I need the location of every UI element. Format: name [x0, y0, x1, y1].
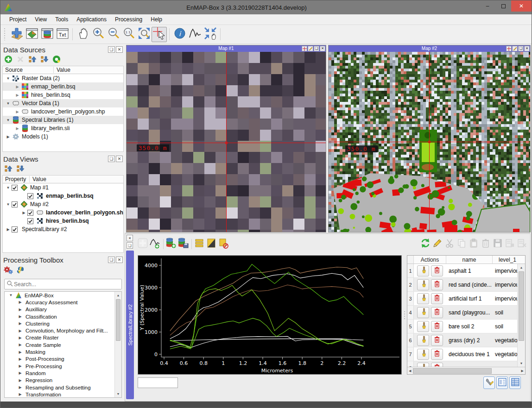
source-item-raster-data-2-[interactable]: ▼Raster Data (2): [3, 74, 123, 82]
delete-row-button[interactable]: [431, 307, 443, 318]
style-brush-button[interactable]: [417, 293, 429, 304]
spectral-library-tab[interactable]: SpectralLibrary #2: [126, 251, 134, 399]
collapse-all-button[interactable]: [28, 56, 37, 64]
toolbox-item-post-processing[interactable]: ▶Post-Processing: [5, 356, 121, 363]
zoom-native-button[interactable]: 1:1: [121, 27, 136, 42]
expander-icon[interactable]: ▶: [14, 85, 21, 89]
collapse-all-button[interactable]: [4, 165, 13, 174]
expander-icon[interactable]: ▶: [14, 93, 21, 97]
style-brush-button[interactable]: [417, 321, 429, 332]
source-item-models-1-[interactable]: ▶Models (1): [3, 132, 123, 141]
scroll-up-icon[interactable]: ▲: [518, 264, 525, 271]
map2-title-bar[interactable]: Map #2 ❏ ✕: [329, 45, 530, 52]
scroll-up-icon[interactable]: ▲: [115, 292, 121, 299]
add-data-source-button[interactable]: [9, 27, 24, 42]
menu-item-view[interactable]: View: [31, 15, 51, 24]
spectral-profile-button[interactable]: [187, 27, 203, 42]
table-row[interactable]: 7deciduous tree 1vegetation: [407, 347, 517, 361]
source-item-enmap-berlin-bsq[interactable]: ▶enmap_berlin.bsq: [3, 82, 123, 91]
source-item-library-berlin-sli[interactable]: ▶library_berlin.sli: [3, 124, 123, 132]
delete-row-button[interactable]: [431, 321, 443, 332]
visibility-checkbox[interactable]: [12, 201, 18, 207]
expander-icon[interactable]: ▶: [17, 308, 24, 312]
delete-row-button[interactable]: [431, 349, 443, 360]
search-input[interactable]: [13, 281, 120, 288]
expander-icon[interactable]: ▶: [17, 357, 24, 361]
view-item-spectrallibrary-2[interactable]: ▶SpectralLibrary #2: [3, 225, 123, 233]
column-level1[interactable]: level_1: [493, 256, 518, 264]
delete-row-button[interactable]: [431, 279, 443, 290]
paste-button[interactable]: [468, 239, 479, 250]
table-row[interactable]: 2red sand (cinde...impervious: [407, 278, 517, 292]
show-attribute-table-button[interactable]: [194, 239, 205, 250]
toolbox-item-accuracy-assessment[interactable]: ▶Accuracy Assessment: [5, 299, 121, 306]
expander-icon[interactable]: ▼: [7, 293, 14, 297]
edit-pencil-icon[interactable]: [308, 46, 313, 51]
delete-row-button[interactable]: [431, 363, 443, 367]
cell-name[interactable]: grass (dry) 2: [446, 337, 493, 344]
map1-title-bar[interactable]: Map #1 ❏ ✕: [127, 45, 326, 52]
toggle-editing-button[interactable]: [432, 239, 443, 250]
crosshair-link-icon[interactable]: [506, 46, 512, 51]
link-map-views-button[interactable]: [203, 27, 218, 42]
close-icon[interactable]: ✕: [116, 156, 123, 162]
cell-name[interactable]: red sand (cinde...: [446, 282, 493, 288]
expander-icon[interactable]: ▶: [17, 300, 24, 304]
close-icon[interactable]: ✕: [116, 257, 123, 263]
table-row[interactable]: 5bare soil 2soil: [407, 320, 517, 333]
float-icon[interactable]: ❏: [518, 46, 524, 51]
zoom-full-extent-button[interactable]: [136, 27, 152, 42]
qgis-sync-button[interactable]: [52, 56, 61, 64]
menu-item-processing[interactable]: Processing: [111, 15, 146, 24]
table-row[interactable]: 1asphalt 1impervious: [407, 264, 517, 278]
toolbar-grip[interactable]: [3, 28, 6, 40]
row-number[interactable]: 1: [407, 264, 414, 277]
identify-cursor-button[interactable]: [152, 27, 167, 42]
menu-item-project[interactable]: Project: [5, 15, 31, 24]
expander-icon[interactable]: ▶: [17, 364, 24, 368]
toolbox-item-classification[interactable]: ▶Classification: [5, 313, 121, 320]
form-view-button[interactable]: [496, 377, 508, 389]
expander-icon[interactable]: ▶: [5, 135, 12, 139]
remove-source-button[interactable]: [16, 56, 25, 64]
maximize-button[interactable]: [495, 0, 511, 12]
view-item-hires-berlin-bsq[interactable]: hires_berlin.bsq: [3, 217, 123, 225]
table-row[interactable]: 6grass (dry) 2vegetation: [407, 333, 517, 347]
delete-row-button[interactable]: [431, 293, 443, 304]
float-icon[interactable]: ❏: [314, 46, 319, 51]
source-item-hires-berlin-bsq[interactable]: ▶hires_berlin.bsq: [3, 91, 123, 99]
visibility-checkbox[interactable]: [27, 193, 33, 199]
map1-canvas-area[interactable]: 350.0 m: [127, 52, 326, 232]
toolbox-item-resampling-and-subsetting[interactable]: ▶Resampling and Subsetting: [5, 384, 121, 391]
data-views-header[interactable]: PropertyValue: [2, 175, 124, 183]
table-vscrollbar[interactable]: ▲ ▼: [517, 264, 525, 367]
filter-input[interactable]: [138, 377, 178, 388]
expander-icon[interactable]: ▼: [5, 76, 12, 81]
expand-all-button[interactable]: [16, 165, 25, 174]
show-processing-widget-button[interactable]: [218, 239, 229, 250]
expand-all-button[interactable]: [40, 56, 49, 64]
toolbox-item-random[interactable]: ▶Random: [5, 370, 121, 377]
import-library-button[interactable]: [165, 239, 177, 250]
zoom-in-button[interactable]: [90, 27, 106, 42]
table-row[interactable]: 3artificial turf 1impervious: [407, 292, 517, 306]
float-icon[interactable]: ❏: [127, 242, 133, 249]
close-icon[interactable]: ✕: [127, 235, 133, 241]
expander-icon[interactable]: ▶: [17, 378, 24, 383]
style-brush-button[interactable]: [417, 265, 429, 276]
data-sources-header[interactable]: SourceValue: [2, 66, 124, 74]
show-form-view-button[interactable]: [206, 239, 217, 250]
open-map-view-button[interactable]: [24, 27, 39, 42]
row-number[interactable]: 8: [407, 361, 414, 367]
save-library-button[interactable]: [177, 239, 189, 250]
spectral-plot[interactable]: 010002000300040000.40.60.811.21.41.61.82…: [138, 255, 402, 375]
toolbox-item-auxilliary[interactable]: ▶Auxilliary: [5, 306, 121, 313]
map2-canvas-area[interactable]: 350.0 m: [329, 52, 530, 232]
table-hscrollbar[interactable]: ◀▶: [407, 367, 525, 374]
scroll-down-icon[interactable]: ▼: [518, 360, 525, 367]
visibility-checkbox[interactable]: [12, 185, 18, 191]
expander-icon[interactable]: ▶: [20, 211, 27, 215]
menu-item-help[interactable]: Help: [146, 15, 166, 24]
processing-gears-button[interactable]: [4, 267, 13, 275]
expander-icon[interactable]: ▶: [17, 321, 24, 326]
